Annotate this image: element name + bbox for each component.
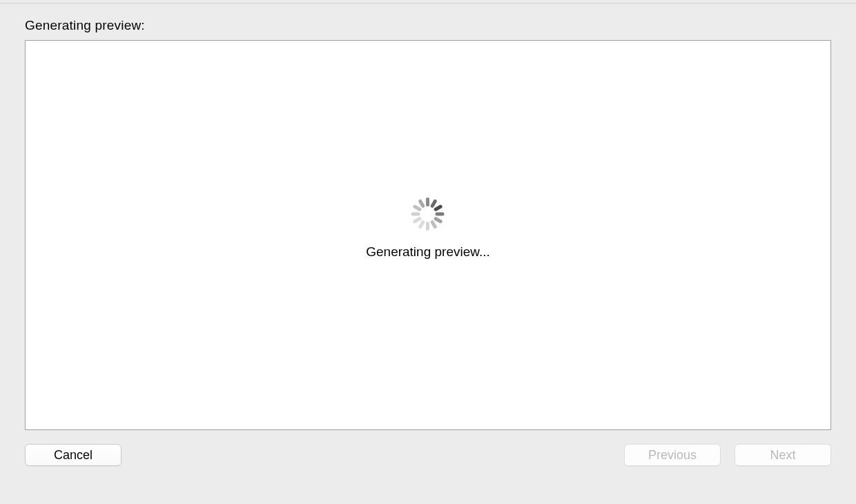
top-divider [0,3,856,3]
nav-buttons: Previous Next [624,444,831,466]
preview-pane: Generating preview... [25,40,831,430]
previous-button[interactable]: Previous [624,444,721,466]
loading-indicator: Generating preview... [366,197,490,260]
spinner-icon [411,197,445,231]
section-heading: Generating preview: [25,18,831,33]
dialog-footer: Cancel Previous Next [0,430,856,466]
next-button[interactable]: Next [735,444,831,466]
cancel-button[interactable]: Cancel [25,444,121,466]
dialog-content: Generating preview: Generating preview..… [0,0,856,430]
loading-status-text: Generating preview... [366,244,490,260]
